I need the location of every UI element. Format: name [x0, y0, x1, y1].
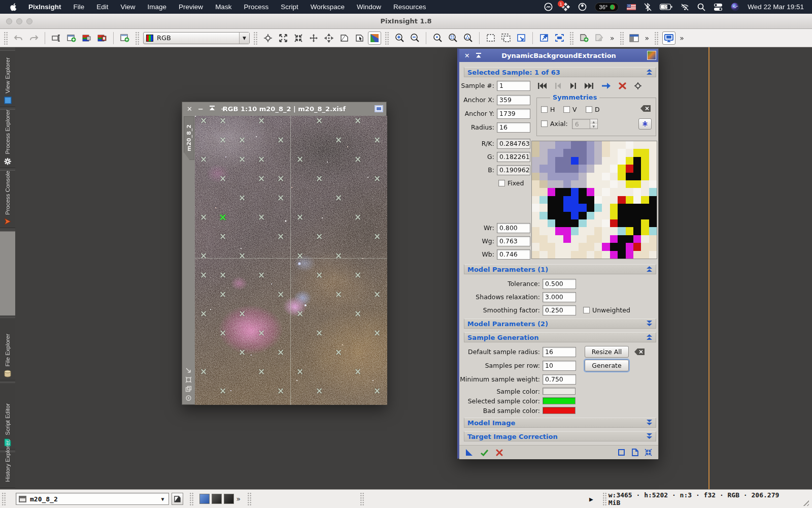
tolerance-input[interactable]: 0.500 — [543, 279, 576, 289]
image-window[interactable]: RGB 1:10 m20_8_2 | m20_8_2.xisf ✕ − + m2… — [182, 102, 387, 405]
sample-marker[interactable]: × — [219, 387, 226, 395]
sample-marker[interactable]: × — [316, 271, 323, 279]
zoom-to-fit-icon[interactable] — [185, 367, 192, 374]
sample-marker[interactable]: × — [258, 155, 265, 164]
toolbar-grip[interactable] — [569, 31, 574, 45]
toolbar-grip[interactable] — [385, 31, 389, 45]
expand-explorers-button[interactable] — [277, 31, 290, 45]
sample-marker[interactable]: × — [277, 232, 284, 241]
sample-marker[interactable]: × — [296, 309, 303, 318]
expand-section-icon[interactable] — [646, 321, 653, 327]
sample-marker[interactable]: × — [277, 194, 284, 202]
sample-marker[interactable]: × — [239, 155, 246, 164]
toolbar-grip[interactable] — [620, 31, 624, 45]
dropbox-status-icon[interactable]: 1 — [561, 3, 570, 11]
bottombar-grip[interactable] — [602, 492, 607, 505]
sample-marker[interactable]: × — [335, 194, 342, 202]
wg-value[interactable]: 0.763 — [497, 236, 530, 246]
sample-marker[interactable]: × — [296, 251, 303, 260]
fit-window-button[interactable] — [537, 31, 551, 45]
readout-mode-button[interactable] — [353, 31, 366, 45]
creative-cloud-icon[interactable] — [544, 3, 553, 11]
spotlight-search-icon[interactable] — [697, 3, 705, 11]
workspace-color-swatch-dark[interactable] — [212, 494, 222, 504]
channel-selector-combo[interactable]: RGB ▼ — [143, 32, 250, 44]
pan-mode-button[interactable] — [307, 31, 320, 45]
b-value[interactable]: 0.190962 — [497, 165, 530, 175]
sample-marker[interactable]: × — [258, 213, 265, 221]
rgb-channels-button[interactable] — [80, 31, 93, 45]
clear-samples-button[interactable] — [634, 348, 645, 356]
axial-apply-button[interactable] — [638, 118, 652, 130]
monitor-toolbar-overflow[interactable]: » — [678, 34, 686, 42]
sample-marker[interactable]: × — [354, 213, 361, 221]
sidebar-tab-process-explorer[interactable]: Process Explorer — [0, 109, 15, 168]
zoom-fit-button[interactable] — [446, 31, 459, 45]
sample-marker[interactable]: × — [200, 213, 207, 221]
sample-marker[interactable]: × — [219, 329, 226, 337]
sidebar-tab-view-explorer[interactable]: View Explorer — [0, 50, 15, 107]
sample-marker[interactable]: × — [374, 232, 381, 241]
bad-sample-color-swatch[interactable] — [543, 407, 576, 414]
process-play-button[interactable]: ▶ — [589, 495, 593, 503]
sample-marker[interactable]: × — [316, 116, 323, 125]
screen-transfer-function-button[interactable] — [368, 31, 381, 45]
browse-documentation-button[interactable] — [618, 449, 625, 456]
section-target-image-correction[interactable]: Target Image Correction — [464, 431, 656, 441]
sample-marker[interactable]: × — [354, 367, 361, 376]
sample-marker[interactable]: × — [258, 116, 265, 125]
bottombar-grip[interactable] — [2, 492, 6, 505]
image-view-tab[interactable]: m20_8_2 — [184, 116, 194, 160]
goto-sample-button[interactable] — [601, 82, 611, 89]
toolbar-overflow-button[interactable]: » — [608, 34, 616, 42]
next-sample-button[interactable] — [569, 82, 577, 89]
sample-marker[interactable]: × — [277, 348, 284, 357]
temperature-widget[interactable]: 36° — [595, 3, 619, 12]
anchor-y-input[interactable]: 1739 — [497, 109, 530, 119]
collapse-section-icon[interactable] — [646, 69, 653, 76]
sample-marker[interactable]: × — [239, 348, 246, 357]
sample-marker[interactable]: × — [239, 136, 246, 144]
new-preview-button[interactable] — [118, 31, 131, 45]
select-preview-button[interactable] — [484, 31, 497, 45]
apple-menu[interactable] — [10, 3, 17, 11]
sample-marker[interactable]: × — [296, 367, 303, 376]
menu-workspace[interactable]: Workspace — [304, 3, 351, 11]
sidebar-tab-file-explorer[interactable]: File Explorer — [0, 318, 15, 380]
sample-marker[interactable]: × — [374, 387, 381, 395]
selected-sample-color-swatch[interactable] — [543, 397, 576, 404]
menu-app-name[interactable]: PixInsight — [22, 3, 67, 11]
sample-color-swatch[interactable] — [543, 388, 576, 395]
extract-channels-button[interactable] — [95, 31, 109, 45]
new-image-button[interactable] — [578, 31, 591, 45]
sample-marker[interactable]: × — [219, 271, 226, 279]
sample-marker[interactable]: × — [258, 174, 265, 183]
mask-toolbar-overflow[interactable]: » — [643, 34, 651, 42]
sample-marker[interactable]: × — [296, 155, 303, 164]
undo-button[interactable] — [12, 31, 25, 45]
toolbar-grip[interactable] — [4, 31, 8, 45]
symmetry-v-checkbox[interactable] — [563, 106, 570, 113]
collapse-explorers-button[interactable] — [292, 31, 305, 45]
menu-resources[interactable]: Resources — [387, 3, 432, 11]
anchor-x-input[interactable]: 359 — [497, 95, 530, 105]
selected-sample-marker[interactable]: × — [219, 212, 227, 222]
sample-marker[interactable]: × — [258, 271, 265, 279]
section-sample-generation[interactable]: Sample Generation — [464, 332, 656, 342]
sample-marker[interactable]: × — [374, 290, 381, 299]
target-icon[interactable] — [185, 395, 192, 401]
shadows-relaxation-input[interactable]: 3.000 — [543, 292, 576, 302]
mask-toolbar-button[interactable] — [628, 31, 641, 45]
input-language-flag-icon[interactable] — [627, 4, 636, 10]
zoom-in-button[interactable] — [393, 31, 406, 45]
previous-sample-button[interactable] — [555, 82, 562, 89]
toolbar-grip[interactable] — [135, 31, 140, 45]
collapse-section-icon[interactable] — [646, 334, 653, 341]
screen-mode-button[interactable] — [337, 31, 351, 45]
new-instance-button[interactable] — [465, 449, 473, 456]
swatch-overflow-button[interactable]: » — [234, 495, 242, 503]
select-all-previews-button[interactable] — [499, 31, 513, 45]
default-sample-radius-input[interactable]: 16 — [543, 347, 576, 357]
sample-marker[interactable]: × — [219, 232, 226, 241]
zoom-1-1-button[interactable] — [431, 31, 444, 45]
